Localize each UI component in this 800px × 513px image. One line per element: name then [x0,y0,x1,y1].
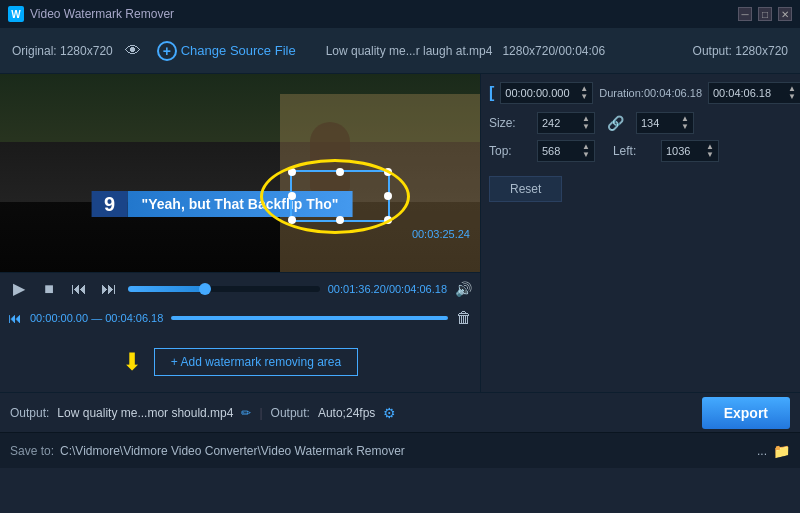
start-time-down[interactable]: ▼ [580,93,588,101]
down-arrow-icon: ⬇ [122,348,142,376]
handle-top-right[interactable] [384,168,392,176]
stop-button[interactable]: ■ [38,278,60,300]
prev-frame-button[interactable]: ⏮ [68,278,90,300]
start-time-spinners: ▲ ▼ [580,85,588,101]
output-settings-label: Output: [271,406,310,420]
left-input[interactable] [666,145,706,157]
handle-bot-right[interactable] [384,216,392,224]
app-icon: W [8,6,24,22]
clip-range-bar[interactable] [171,316,448,320]
time-row: [ ▲ ▼ Duration:00:04:06.18 ▲ ▼ ] [489,82,792,104]
eye-button[interactable]: 👁 [121,39,145,63]
left-spinners: ▲ ▼ [706,143,714,159]
titlebar-left: W Video Watermark Remover [8,6,174,22]
right-panel: [ ▲ ▼ Duration:00:04:06.18 ▲ ▼ ] Size: [480,74,800,392]
selection-box[interactable] [290,170,390,222]
content-area: 9 "Yeah, but That Backflip Tho" [0,74,800,392]
export-button[interactable]: Export [702,397,790,429]
output-settings-value: Auto;24fps [318,406,375,420]
add-watermark-area-button[interactable]: + Add watermark removing area [154,348,358,376]
controls-bar: ▶ ■ ⏮ ⏭ 00:01:36.20/00:04:06.18 🔊 [0,272,480,304]
handle-mid-left[interactable] [288,192,296,200]
saveto-path: C:\Vidmore\Vidmore Video Converter\Video… [60,444,751,458]
saveto-dots-button[interactable]: ... [757,444,767,458]
volume-icon[interactable]: 🔊 [455,281,472,297]
left-area: 9 "Yeah, but That Backflip Tho" [0,74,480,392]
top-input-group: ▲ ▼ [537,140,595,162]
file-info: Low quality me...r laugh at.mp4 1280x720… [326,44,606,58]
left-input-group: ▲ ▼ [661,140,719,162]
close-button[interactable]: ✕ [778,7,792,21]
clip-bar: ⏮ 00:00:00.00 — 00:04:06.18 🗑 [0,304,480,332]
output-file-name: Low quality me...mor should.mp4 [57,406,233,420]
handle-top-mid[interactable] [336,168,344,176]
duration-label: Duration:00:04:06.18 [599,87,702,99]
left-label: Left: [613,144,653,158]
end-time-input-group: ▲ ▼ [708,82,800,104]
end-time-input[interactable] [713,87,788,99]
change-source-label: Change Source File [181,43,296,58]
file-meta: 1280x720/00:04:06 [502,44,605,58]
height-spinners: ▲ ▼ [681,115,689,131]
separator: | [259,406,262,420]
progress-bar[interactable] [128,286,320,292]
link-icon: 🔗 [607,115,624,131]
progress-fill [128,286,205,292]
width-input[interactable] [542,117,582,129]
output-bar: Output: Low quality me...mor should.mp4 … [0,392,800,432]
video-panel: 9 "Yeah, but That Backflip Tho" [0,74,480,272]
output-file-label: Output: [10,406,49,420]
top-label: Top: [489,144,529,158]
size-row: Size: ▲ ▼ 🔗 ▲ ▼ [489,112,792,134]
saveto-label: Save to: [10,444,54,458]
end-time-spinners: ▲ ▼ [788,85,796,101]
saveto-bar: Save to: C:\Vidmore\Vidmore Video Conver… [0,432,800,468]
saveto-folder-icon[interactable]: 📁 [773,443,790,459]
handle-bot-left[interactable] [288,216,296,224]
start-time-input[interactable] [505,87,580,99]
height-input[interactable] [641,117,681,129]
reset-button[interactable]: Reset [489,176,562,202]
timestamp-overlay: 00:03:25.24 [412,228,470,240]
file-name: Low quality me...r laugh at.mp4 [326,44,493,58]
selection-handles [288,168,392,224]
minimize-button[interactable]: ─ [738,7,752,21]
topbar: Original: 1280x720 👁 + Change Source Fil… [0,28,800,74]
video-preview: 9 "Yeah, but That Backflip Tho" [0,74,480,272]
start-time-input-group: ▲ ▼ [500,82,593,104]
titlebar: W Video Watermark Remover ─ □ ✕ [0,0,800,28]
output-resolution-label: Output: 1280x720 [693,44,788,58]
top-input[interactable] [542,145,582,157]
height-down[interactable]: ▼ [681,123,689,131]
title-text: Video Watermark Remover [30,7,174,21]
titlebar-controls: ─ □ ✕ [738,7,792,21]
progress-thumb [199,283,211,295]
handle-mid-right[interactable] [384,192,392,200]
width-down[interactable]: ▼ [582,123,590,131]
handle-bot-mid[interactable] [336,216,344,224]
time-display: 00:01:36.20/00:04:06.18 [328,283,447,295]
add-circle-icon: + [157,41,177,61]
width-input-group: ▲ ▼ [537,112,595,134]
add-area-section: ⬇ + Add watermark removing area [0,332,480,392]
position-row: Top: ▲ ▼ Left: ▲ ▼ [489,140,792,162]
end-time-down[interactable]: ▼ [788,93,796,101]
clip-time-range: 00:00:00.00 — 00:04:06.18 [30,312,163,324]
edit-icon[interactable]: ✏ [241,406,251,420]
settings-gear-icon[interactable]: ⚙ [383,405,396,421]
next-frame-button[interactable]: ⏭ [98,278,120,300]
video-background [0,74,480,272]
top-down[interactable]: ▼ [582,151,590,159]
left-down[interactable]: ▼ [706,151,714,159]
change-source-button[interactable]: + Change Source File [157,41,296,61]
handle-top-left[interactable] [288,168,296,176]
original-resolution-label: Original: 1280x720 [12,44,113,58]
size-label: Size: [489,116,529,130]
delete-clip-button[interactable]: 🗑 [456,309,472,327]
clip-start-icon: ⏮ [8,310,22,326]
play-button[interactable]: ▶ [8,278,30,300]
top-spinners: ▲ ▼ [582,143,590,159]
bracket-open: [ [489,84,494,102]
maximize-button[interactable]: □ [758,7,772,21]
width-spinners: ▲ ▼ [582,115,590,131]
